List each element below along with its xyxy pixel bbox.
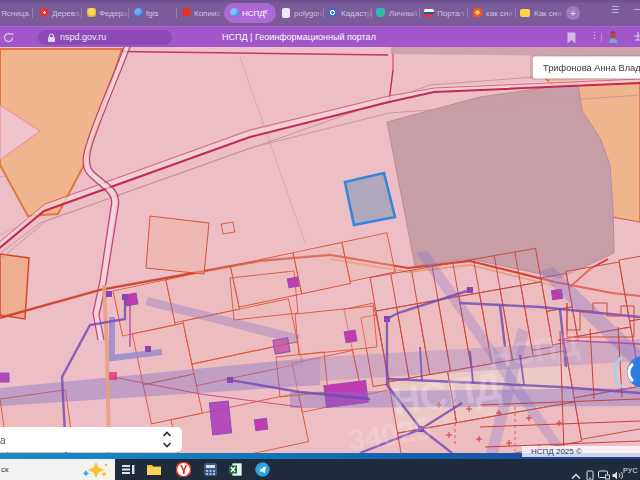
svg-text:Трифонова Анна Влади: Трифонова Анна Влади — [543, 63, 640, 73]
svg-text:a: a — [0, 435, 6, 446]
